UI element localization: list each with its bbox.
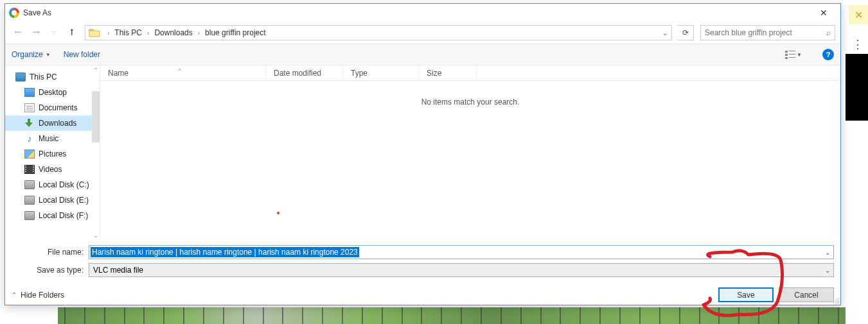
download-icon xyxy=(24,119,35,128)
fields: File name: Harish naam ki ringtone | har… xyxy=(5,240,840,282)
breadcrumb-downloads[interactable]: Downloads xyxy=(153,28,193,37)
chevron-down-icon: ▼ xyxy=(797,52,802,58)
refresh-button[interactable]: ⟳ xyxy=(677,25,694,40)
background-fence xyxy=(58,307,846,324)
tree-label: Desktop xyxy=(39,88,67,97)
chevron-down-icon[interactable]: ⌄ xyxy=(822,249,833,256)
scrollbar-thumb[interactable] xyxy=(92,91,100,142)
forward-button: 🠖 xyxy=(28,25,44,40)
svg-rect-1 xyxy=(789,51,795,51)
save-as-dialog: Save As ✕ 🠔 🠖 ﹀ 🠕 › This PC › Downloads … xyxy=(4,3,841,305)
back-button[interactable]: 🠔 xyxy=(10,25,26,40)
help-button[interactable]: ? xyxy=(822,49,834,60)
close-icon: ✕ xyxy=(855,9,863,21)
tree-label: Pictures xyxy=(39,149,66,158)
chevron-down-icon[interactable]: ⌄ xyxy=(822,267,833,274)
chevron-right-icon[interactable]: › xyxy=(194,30,204,37)
search-box[interactable]: ⌕ xyxy=(700,25,835,40)
filename-label: File name: xyxy=(12,248,89,257)
filename-combo[interactable]: Harish naam ki ringtone | harish name ri… xyxy=(89,245,834,259)
tree-label: This PC xyxy=(30,72,57,81)
scroll-up-icon[interactable]: ⌃ xyxy=(93,67,98,74)
nav-tree[interactable]: ⌃ This PC Desktop Documents Downloads ♪M… xyxy=(5,65,100,240)
disk-icon xyxy=(24,211,35,220)
titlebar: Save As ✕ xyxy=(5,4,840,22)
navbar: 🠔 🠖 ﹀ 🠕 › This PC › Downloads › blue gri… xyxy=(5,22,840,44)
tree-this-pc[interactable]: This PC xyxy=(5,69,100,85)
scroll-down-icon[interactable]: ⌄ xyxy=(93,232,98,239)
tree-music[interactable]: ♪Music xyxy=(5,131,100,146)
tree-label: Downloads xyxy=(39,119,76,128)
column-size[interactable]: Size xyxy=(419,65,477,80)
tree-label: Documents xyxy=(39,103,78,112)
breadcrumb[interactable]: › This PC › Downloads › blue griffin pro… xyxy=(85,25,672,40)
search-icon[interactable]: ⌕ xyxy=(826,28,831,37)
breadcrumb-dropdown[interactable]: ⌄ xyxy=(659,30,671,37)
sort-indicator-icon: ⌃ xyxy=(177,68,182,74)
breadcrumb-leaf[interactable]: blue griffin project xyxy=(204,28,267,37)
pc-icon xyxy=(15,72,26,81)
empty-message: No items match your search. xyxy=(100,98,840,107)
tree-disk-c[interactable]: Local Disk (C:) xyxy=(5,177,100,192)
column-date[interactable]: Date modified xyxy=(266,65,343,80)
background-notification: ✕ xyxy=(849,5,868,24)
filetype-combo[interactable]: VLC media file ⌄ xyxy=(89,263,834,277)
filetype-label: Save as type: xyxy=(12,266,89,275)
filename-input[interactable]: Harish naam ki ringtone | harish name ri… xyxy=(91,247,359,257)
resize-grip[interactable] xyxy=(831,296,839,303)
tree-label: Music xyxy=(39,134,58,143)
tree-videos[interactable]: Videos xyxy=(5,162,100,177)
dialog-title: Save As xyxy=(23,8,811,17)
pictures-icon xyxy=(24,149,35,158)
breadcrumb-root[interactable]: This PC xyxy=(113,28,143,37)
background-dark-strip xyxy=(846,54,868,121)
svg-rect-4 xyxy=(785,57,788,59)
kebab-menu-icon[interactable]: ⋮ xyxy=(852,37,864,51)
tree-label: Local Disk (C:) xyxy=(39,180,89,189)
column-type[interactable]: Type xyxy=(343,65,419,80)
tree-disk-f[interactable]: Local Disk (F:) xyxy=(5,208,100,223)
svg-rect-2 xyxy=(785,54,788,56)
tree-label: Local Disk (E:) xyxy=(39,196,89,205)
tree-documents[interactable]: Documents xyxy=(5,100,100,115)
tree-disk-e[interactable]: Local Disk (E:) xyxy=(5,192,100,208)
new-folder-button[interactable]: New folder xyxy=(64,50,100,59)
search-input[interactable] xyxy=(705,28,826,37)
chevron-right-icon[interactable]: › xyxy=(143,30,153,37)
close-button[interactable]: ✕ xyxy=(811,4,837,22)
view-options-button[interactable]: ▼ xyxy=(785,50,802,59)
save-button[interactable]: Save xyxy=(718,287,774,302)
folder-icon xyxy=(88,26,101,39)
tree-desktop[interactable]: Desktop xyxy=(5,85,100,100)
tree-pictures[interactable]: Pictures xyxy=(5,146,100,162)
column-name[interactable]: Name⌃ xyxy=(100,65,266,80)
disk-icon xyxy=(24,180,35,189)
svg-rect-0 xyxy=(785,51,788,53)
recent-dropdown[interactable]: ﹀ xyxy=(46,25,62,40)
up-button[interactable]: 🠕 xyxy=(64,25,80,40)
body: ⌃ This PC Desktop Documents Downloads ♪M… xyxy=(5,65,840,240)
chevron-right-icon[interactable]: › xyxy=(103,30,113,37)
annotation-dot xyxy=(277,212,279,214)
list-header: Name⌃ Date modified Type Size xyxy=(100,65,840,81)
svg-rect-5 xyxy=(789,57,795,58)
tree-downloads[interactable]: Downloads xyxy=(5,115,100,131)
organize-menu[interactable]: Organize▼ xyxy=(12,50,51,59)
document-icon xyxy=(24,103,35,112)
tree-label: Videos xyxy=(39,165,62,174)
hide-folders-button[interactable]: ⌃Hide Folders xyxy=(12,291,64,300)
svg-rect-3 xyxy=(789,54,795,55)
desktop-icon xyxy=(24,88,35,97)
videos-icon xyxy=(24,165,35,174)
tree-label: Local Disk (F:) xyxy=(39,211,88,220)
toolbar: Organize▼ New folder ▼ ? xyxy=(5,44,840,65)
music-icon: ♪ xyxy=(24,134,35,143)
filetype-value: VLC media file xyxy=(89,266,822,275)
footer: ⌃Hide Folders Save Cancel xyxy=(5,282,840,305)
chrome-icon xyxy=(9,8,19,18)
cancel-button[interactable]: Cancel xyxy=(779,287,834,302)
chevron-icon: ⌃ xyxy=(12,291,17,298)
disk-icon xyxy=(24,196,35,205)
file-list[interactable]: Name⌃ Date modified Type Size No items m… xyxy=(100,65,840,240)
chevron-down-icon: ▼ xyxy=(46,52,51,58)
